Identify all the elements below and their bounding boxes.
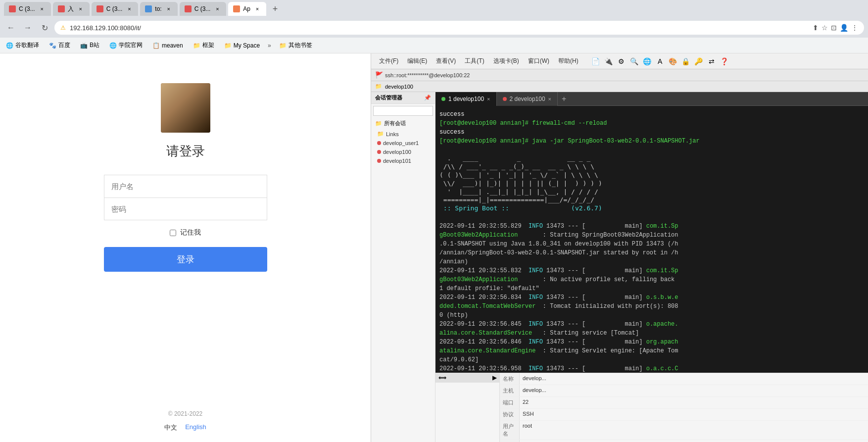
- info-note-value: [520, 440, 526, 442]
- lang-zh-link[interactable]: 中文: [164, 423, 177, 432]
- info-row-name: 名称 develop...: [500, 373, 868, 385]
- more-bookmarks-button[interactable]: »: [268, 42, 271, 49]
- session-search-input[interactable]: [373, 106, 433, 116]
- login-button[interactable]: 登录: [104, 247, 267, 272]
- tab-close-6[interactable]: ×: [253, 5, 261, 13]
- toolbar-settings-icon[interactable]: ⚙: [616, 56, 627, 67]
- session-pin-icon[interactable]: 📌: [424, 95, 431, 101]
- avatar-silhouette: [161, 83, 210, 133]
- share-icon[interactable]: ⬆: [813, 24, 819, 32]
- browser-tab-2[interactable]: 入 ×: [53, 2, 90, 16]
- profile-icon[interactable]: 👤: [840, 24, 848, 32]
- menu-help[interactable]: 帮助(H): [554, 56, 582, 66]
- bookmark-other[interactable]: 📁 其他书签: [277, 40, 314, 50]
- tab-favicon-4: [145, 5, 152, 12]
- resize-handle[interactable]: ⟺: [438, 375, 446, 381]
- session-develop101[interactable]: develop101: [371, 156, 435, 165]
- terminal-tab-close-2[interactable]: ×: [548, 96, 551, 102]
- tab-close-5[interactable]: ×: [213, 5, 221, 13]
- info-row-port: 端口 22: [500, 397, 868, 409]
- google-translate-icon: 🌐: [6, 42, 13, 49]
- bookmark-myspace[interactable]: 📁 My Space: [222, 41, 262, 50]
- toolbar-font-icon[interactable]: A: [655, 56, 666, 67]
- menu-icon[interactable]: ⋮: [851, 24, 858, 32]
- bookmark-star-icon[interactable]: ☆: [821, 24, 828, 32]
- terminal-tab-close-1[interactable]: ×: [487, 96, 490, 102]
- terminal-new-tab-button[interactable]: +: [558, 95, 570, 103]
- tab-close-3[interactable]: ×: [125, 5, 133, 13]
- terminal-content[interactable]: success [root@develop100 annian]# firewa…: [435, 106, 868, 373]
- tab-icon[interactable]: ⊡: [831, 24, 837, 32]
- terminal-log-app-2: .0.1-SNAPSHOT using Java 1.8.0_341 on de…: [439, 240, 864, 248]
- bookmark-bilibili[interactable]: 📺 B站: [78, 40, 101, 50]
- tab-close-4[interactable]: ×: [165, 5, 173, 13]
- browser-tab-1[interactable]: C (3... ×: [4, 2, 51, 16]
- tab-label-3: C (3...: [106, 5, 123, 12]
- browser-tab-3[interactable]: C (3... ×: [92, 2, 139, 16]
- bookmark-google-translate[interactable]: 🌐 谷歌翻译: [4, 40, 41, 50]
- new-tab-button[interactable]: +: [268, 2, 282, 16]
- forward-button[interactable]: →: [21, 21, 35, 35]
- lang-en-link[interactable]: English: [185, 423, 206, 432]
- toolbar-color-icon[interactable]: 🎨: [668, 56, 678, 67]
- session-label-develop-user1: develop_user1: [383, 140, 419, 146]
- bookmark-label-other: 其他书签: [289, 41, 312, 49]
- bookmark-meaven[interactable]: 📋 meaven: [150, 41, 185, 50]
- tab-close-1[interactable]: ×: [38, 5, 46, 13]
- toolbar-globe-icon[interactable]: 🌐: [642, 56, 653, 67]
- tab-close-2[interactable]: ×: [77, 5, 85, 13]
- session-info-list: ⟺ ▶: [435, 373, 500, 442]
- info-host-value: develop...: [520, 385, 549, 396]
- back-button[interactable]: ←: [4, 21, 18, 35]
- toolbar-connect-icon[interactable]: 🔌: [603, 56, 614, 67]
- tab-favicon-1: [9, 5, 16, 12]
- toolbar-search-icon[interactable]: 🔍: [629, 56, 640, 67]
- remember-checkbox[interactable]: [170, 230, 176, 236]
- bookmark-framework[interactable]: 📁 框架: [191, 40, 216, 50]
- username-input[interactable]: [104, 175, 267, 197]
- session-develop100[interactable]: develop100: [371, 147, 435, 156]
- session-search-area: [371, 104, 435, 118]
- info-row-username: 用户名 root: [500, 421, 868, 440]
- ssh-menu-bar: 文件(F) 编辑(E) 查看(V) 工具(T) 选项卡(B) 窗口(W) 帮助(…: [371, 53, 868, 69]
- refresh-button[interactable]: ↻: [38, 21, 51, 35]
- terminal-tab-1[interactable]: 1 develop100 ×: [435, 92, 497, 106]
- browser-tab-5[interactable]: C (3... ×: [180, 2, 227, 16]
- toolbar-key-icon[interactable]: 🔑: [693, 56, 704, 67]
- all-sessions-group[interactable]: 📁 所有会话: [371, 118, 435, 129]
- tree-flag-icon: 📁: [375, 83, 382, 90]
- address-bar[interactable]: ⚠ 192.168.129.100:8080/it/ ⬆ ☆ ⊡ 👤 ⋮: [54, 21, 864, 35]
- browser-tab-6[interactable]: Ap ×: [228, 2, 266, 16]
- terminal-line-3: success: [439, 128, 864, 137]
- bookmark-label-framework: 框架: [202, 41, 214, 49]
- tree-title-bar: 📁 develop100: [371, 81, 868, 92]
- toolbar-new-icon[interactable]: 📄: [590, 56, 601, 67]
- terminal-tab-2[interactable]: 2 develop100 ×: [497, 92, 558, 106]
- terminal-log-app-10: atalina.core.StandardEngine : Starting S…: [439, 346, 864, 355]
- toolbar-lock-icon[interactable]: 🔒: [680, 56, 691, 67]
- spring-ascii-art: . ____ _ __ _ _ /\\ / ___'_ __ _ _(_)_ _…: [439, 154, 864, 213]
- bookmark-school[interactable]: 🌐 学院官网: [107, 40, 145, 50]
- menu-tab[interactable]: 选项卡(B): [489, 56, 523, 66]
- terminal-log-app-6: 1 default profile: "default": [439, 284, 864, 293]
- menu-file[interactable]: 文件(F): [375, 56, 402, 66]
- bookmark-baidu[interactable]: 🐾 百度: [47, 40, 72, 50]
- terminal-log-app-3: /annian/SpringBoot-03-web2-0.0.1-SNAPSHO…: [439, 248, 864, 257]
- session-label-develop101: develop101: [383, 158, 411, 164]
- menu-edit[interactable]: 编辑(E): [403, 56, 431, 66]
- toolbar-help-icon[interactable]: ❓: [719, 56, 730, 67]
- browser-tab-4[interactable]: to: ×: [140, 2, 177, 16]
- menu-view[interactable]: 查看(V): [432, 56, 460, 66]
- menu-tools[interactable]: 工具(T): [461, 56, 488, 66]
- toolbar-transfer-icon[interactable]: ⇄: [706, 56, 717, 67]
- password-input[interactable]: [104, 197, 267, 220]
- login-title: 请登录: [166, 143, 205, 160]
- expand-icon[interactable]: ▶: [492, 375, 496, 381]
- tab-favicon-6: [233, 5, 240, 12]
- menu-window[interactable]: 窗口(W): [524, 56, 553, 66]
- session-status-dot-2: [377, 150, 381, 154]
- session-develop-user1[interactable]: develop_user1: [371, 139, 435, 147]
- session-links[interactable]: 📁 Links: [371, 129, 435, 139]
- address-bar-row: ← → ↻ ⚠ 192.168.129.100:8080/it/ ⬆ ☆ ⊡ 👤…: [0, 18, 868, 38]
- terminal-line-5: [439, 146, 864, 154]
